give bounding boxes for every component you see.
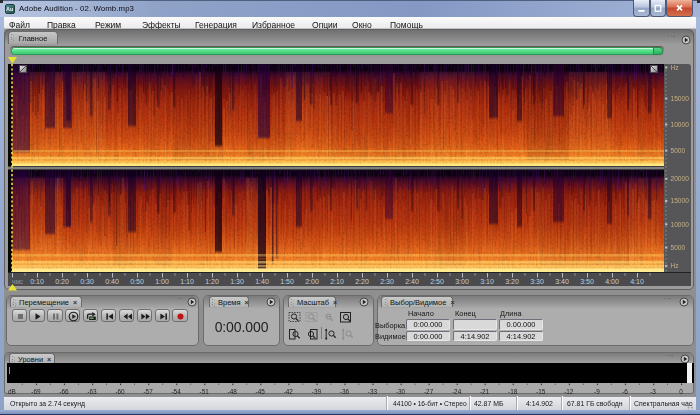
svg-text:0:20: 0:20 [55, 278, 69, 285]
svg-text:-36: -36 [340, 387, 350, 394]
svg-text:-27: -27 [424, 387, 434, 394]
svg-text:-54: -54 [171, 387, 181, 394]
svg-text:-12: -12 [564, 387, 574, 394]
svg-text:1:50: 1:50 [280, 278, 294, 285]
svg-text:4:00: 4:00 [605, 278, 619, 285]
svg-text:-66: -66 [59, 387, 69, 394]
svg-text:1:10: 1:10 [180, 278, 194, 285]
svg-text:Hz: Hz [671, 262, 679, 269]
svg-text:-21: -21 [480, 387, 490, 394]
svg-text:3:40: 3:40 [555, 278, 569, 285]
svg-text:3:50: 3:50 [580, 278, 594, 285]
svg-text:15000: 15000 [671, 95, 690, 102]
svg-text:-60: -60 [115, 387, 125, 394]
svg-text:2:20: 2:20 [355, 278, 369, 285]
svg-text:3:30: 3:30 [530, 278, 544, 285]
svg-text:10000: 10000 [671, 121, 690, 128]
svg-text:-42: -42 [284, 387, 294, 394]
svg-text:-48: -48 [228, 387, 238, 394]
svg-text:3:20: 3:20 [505, 278, 519, 285]
svg-text:5000: 5000 [671, 244, 686, 251]
svg-text:15000: 15000 [671, 197, 690, 204]
svg-text:3:10: 3:10 [480, 278, 494, 285]
svg-text:dB: dB [8, 387, 16, 394]
svg-text:-18: -18 [508, 387, 518, 394]
svg-text:-3: -3 [650, 387, 656, 394]
svg-text:3:00: 3:00 [455, 278, 469, 285]
svg-text:0: 0 [679, 387, 683, 394]
svg-text:0:40: 0:40 [105, 278, 119, 285]
svg-text:-24: -24 [452, 387, 462, 394]
svg-text:2:40: 2:40 [405, 278, 419, 285]
svg-text:4:10: 4:10 [630, 278, 644, 285]
svg-text:-57: -57 [143, 387, 153, 394]
svg-text:-69: -69 [31, 387, 41, 394]
svg-text:-9: -9 [594, 387, 600, 394]
svg-text:2:50: 2:50 [430, 278, 444, 285]
svg-text:0:30: 0:30 [80, 278, 94, 285]
svg-text:0:10: 0:10 [30, 278, 44, 285]
svg-text:-6: -6 [622, 387, 628, 394]
svg-text:-51: -51 [200, 387, 210, 394]
svg-text:2:30: 2:30 [380, 278, 394, 285]
svg-text:5000: 5000 [671, 147, 686, 154]
svg-text:-33: -33 [368, 387, 378, 394]
svg-text:-63: -63 [87, 387, 97, 394]
svg-text:1:30: 1:30 [230, 278, 244, 285]
svg-text:-15: -15 [536, 387, 546, 394]
svg-text:-45: -45 [256, 387, 266, 394]
svg-text:10000: 10000 [671, 221, 690, 228]
svg-text:0:50: 0:50 [130, 278, 144, 285]
svg-text:2:00: 2:00 [305, 278, 319, 285]
svg-text:-30: -30 [396, 387, 406, 394]
svg-text:-39: -39 [312, 387, 322, 394]
svg-text:20000: 20000 [671, 175, 690, 182]
svg-text:1:20: 1:20 [205, 278, 219, 285]
svg-text:1:00: 1:00 [155, 278, 169, 285]
svg-text:1:40: 1:40 [255, 278, 269, 285]
svg-text:2:10: 2:10 [330, 278, 344, 285]
svg-text:Hz: Hz [671, 64, 679, 71]
